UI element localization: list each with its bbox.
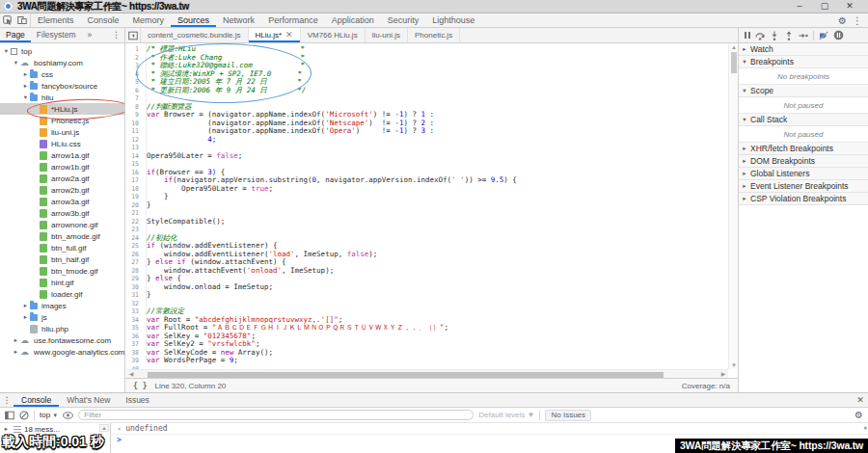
context-selector[interactable]: top ▼	[40, 411, 58, 419]
live-expression-eye-icon[interactable]	[63, 412, 73, 419]
scroll-down-icon[interactable]: ▼	[729, 361, 738, 369]
console-filter-input[interactable]	[78, 410, 474, 420]
pause-on-exceptions-icon[interactable]	[833, 30, 844, 40]
tree-item-images[interactable]: ▸images	[0, 300, 124, 311]
chevron-right-icon[interactable]: ▸	[21, 70, 30, 78]
line-number[interactable]: 13	[126, 144, 143, 152]
code-line[interactable]: 23	[126, 226, 728, 234]
tree-item-hliu[interactable]: ▾hliu	[0, 92, 124, 103]
deactivate-breakpoints-icon[interactable]	[819, 31, 828, 40]
tree-item-arrow1b-gif[interactable]: arrow1b.gif	[0, 161, 124, 173]
tab-application[interactable]: Application	[325, 13, 381, 27]
chevron-down-icon[interactable]: ▾	[739, 116, 750, 123]
tree-item-btn-full-gif[interactable]: btn_full.gif	[0, 242, 124, 253]
minimize-button[interactable]: –	[787, 0, 812, 13]
tree-item-btn-amode-gif[interactable]: btn_amode.gif	[0, 230, 124, 242]
more-options-kebab-icon[interactable]: ⋮	[853, 15, 862, 26]
code-line[interactable]: 31}	[126, 291, 728, 300]
code-line[interactable]: 32	[126, 300, 728, 308]
chevron-right-icon[interactable]: ▸	[12, 348, 20, 356]
line-number[interactable]: 19	[126, 193, 143, 201]
tree-item-btn-half-gif[interactable]: btn_half.gif	[0, 253, 124, 265]
chevron-down-icon[interactable]: ▾	[739, 87, 750, 94]
line-number[interactable]: 37	[126, 340, 143, 349]
line-number[interactable]: 20	[126, 201, 143, 210]
no-issues-badge[interactable]: No Issues	[545, 410, 591, 421]
maximize-button[interactable]: ▢	[812, 0, 837, 13]
line-number[interactable]: 36	[126, 333, 143, 341]
line-number[interactable]: 34	[126, 316, 143, 325]
debugger-section-dom-breakpoints[interactable]: ▸DOM Breakpoints	[739, 155, 868, 168]
code-line[interactable]: 12 4;	[126, 136, 728, 145]
scroll-right-icon[interactable]: ▶	[719, 370, 728, 378]
tree-item-fancybox-source[interactable]: ▸fancybox/source	[0, 80, 124, 92]
pause-script-icon[interactable]	[745, 32, 750, 39]
debugger-section-scope[interactable]: ▾Scope	[739, 85, 868, 97]
tab-performance[interactable]: Performance	[261, 13, 325, 27]
close-button[interactable]: ✕	[837, 0, 862, 13]
navigator-tab-filesystem[interactable]: Filesystem	[31, 28, 82, 42]
navigator-tab-page[interactable]: Page	[0, 28, 31, 42]
chevron-down-icon[interactable]: ▾	[2, 47, 11, 55]
line-number[interactable]: 30	[126, 283, 143, 292]
line-number[interactable]: 11	[126, 127, 143, 136]
tree-item-btn-tmode-gif[interactable]: btn_tmode.gif	[0, 265, 124, 277]
line-number[interactable]: 31	[126, 291, 143, 300]
chevron-right-icon[interactable]: ▸	[21, 302, 30, 309]
tree-item-loader-gif[interactable]: loader.gif	[0, 288, 124, 300]
line-number[interactable]: 32	[126, 300, 143, 308]
tree-item-arrow1a-gif[interactable]: arrow1a.gif	[0, 149, 124, 161]
tree-item-js[interactable]: ▸js	[0, 311, 124, 323]
tree-item-arrow3a-gif[interactable]: arrow3a.gif	[0, 196, 124, 207]
tree-item-top[interactable]: ▾top	[0, 45, 124, 57]
clear-console-icon[interactable]	[19, 411, 29, 420]
chevron-right-icon[interactable]: ▸	[21, 82, 30, 90]
chevron-right-icon[interactable]: ▸	[739, 145, 750, 152]
line-number[interactable]: 39	[126, 357, 143, 365]
hide-navigator-icon[interactable]	[125, 28, 141, 42]
navigator-kebab-icon[interactable]: ⋮	[112, 28, 124, 42]
tree-item-hliu-css[interactable]: HLiu.css	[0, 138, 124, 149]
inspect-icon[interactable]	[3, 15, 13, 25]
line-number[interactable]: 17	[126, 176, 143, 185]
tree-item-css[interactable]: ▸css	[0, 68, 124, 80]
tab-console[interactable]: Console	[81, 13, 126, 27]
tree-item-arrownone-gif[interactable]: arrownone.gif	[0, 219, 124, 230]
file-tab-liu-uni-js[interactable]: liu-uni.js	[366, 28, 408, 42]
tab-sources[interactable]: Sources	[171, 13, 216, 27]
tree-item-hint-gif[interactable]: hint.gif	[0, 277, 124, 288]
code-line[interactable]: 14Opera950Later = false;	[126, 152, 728, 161]
chevron-down-icon[interactable]: ▾	[21, 93, 30, 101]
settings-gear-icon[interactable]: ⚙	[838, 15, 847, 26]
chevron-right-icon[interactable]: ▸	[739, 170, 750, 177]
line-number[interactable]: 27	[126, 258, 143, 267]
chevron-right-icon[interactable]: ▸	[12, 336, 20, 344]
default-levels-dropdown[interactable]: Default levels ▼	[478, 411, 534, 419]
scroll-up-icon[interactable]: ▲	[863, 424, 867, 430]
line-number[interactable]: 7	[126, 94, 143, 103]
tab-elements[interactable]: Elements	[31, 13, 81, 27]
tree-item-hliu-js[interactable]: *HLiu.js	[0, 103, 124, 115]
line-number[interactable]: 22	[126, 218, 143, 226]
tab-security[interactable]: Security	[381, 13, 426, 27]
console-tab-what-s-new[interactable]: What's New	[59, 393, 118, 407]
editor-horizontal-scrollbar[interactable]: ◀ ▶	[126, 369, 728, 378]
line-number[interactable]: 3	[126, 62, 143, 70]
line-number[interactable]: 33	[126, 307, 143, 316]
code-line[interactable]: 28 window.attachEvent('onload', ImeSetup…	[126, 267, 728, 276]
line-number[interactable]: 35	[126, 324, 143, 333]
chevron-down-icon[interactable]: ▾	[739, 58, 750, 66]
code-line[interactable]: 7	[126, 94, 728, 103]
code-line[interactable]: 6 * 更新日期:2006 年 9 月 24 日 */	[126, 87, 728, 95]
chevron-right-icon[interactable]: ▸	[739, 45, 750, 53]
line-number[interactable]: 38	[126, 349, 143, 358]
code-line[interactable]: 18 Opera950Later = true;	[126, 185, 728, 194]
debugger-section-global-listeners[interactable]: ▸Global Listeners	[739, 168, 868, 180]
tree-item-arrow2a-gif[interactable]: arrow2a.gif	[0, 173, 124, 184]
file-tab-hliu-js[interactable]: HLiu.js*✕	[249, 28, 301, 42]
console-sidebar-toggle-icon[interactable]	[5, 411, 14, 420]
tree-item-phonetic-js[interactable]: Phonetic.js	[0, 115, 124, 126]
line-number[interactable]: 14	[126, 152, 143, 161]
chevron-right-icon[interactable]: ▸	[2, 425, 11, 433]
tree-item-boshiamy-com[interactable]: ▾☁boshiamy.com	[0, 57, 124, 68]
